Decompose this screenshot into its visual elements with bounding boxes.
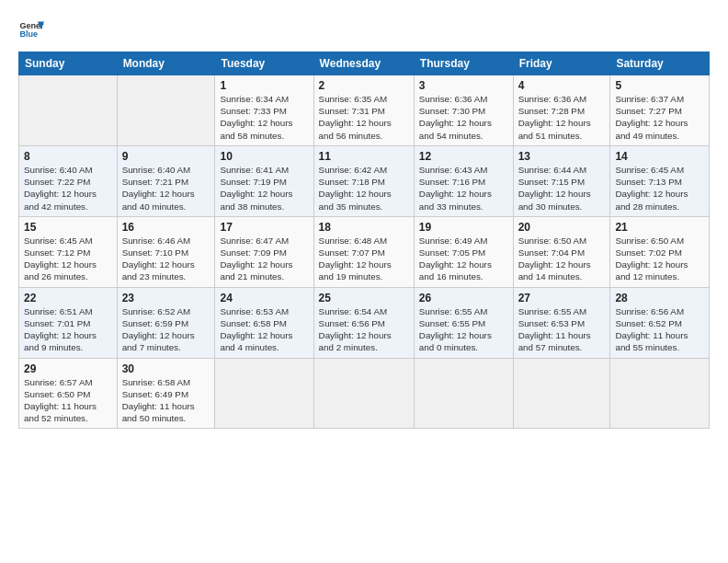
- calendar-day-cell: 22Sunrise: 6:51 AM Sunset: 7:01 PM Dayli…: [19, 287, 118, 358]
- calendar-day-cell: 24Sunrise: 6:53 AM Sunset: 6:58 PM Dayli…: [215, 287, 313, 358]
- day-number: 19: [419, 221, 508, 234]
- day-number: 2: [319, 79, 409, 92]
- weekday-header: Tuesday: [215, 52, 313, 75]
- day-number: 23: [122, 292, 210, 304]
- day-number: 25: [319, 292, 409, 304]
- calendar-day-cell: 1Sunrise: 6:34 AM Sunset: 7:33 PM Daylig…: [215, 75, 313, 146]
- day-info: Sunrise: 6:50 AM Sunset: 7:04 PM Dayligh…: [518, 235, 606, 283]
- day-info: Sunrise: 6:42 AM Sunset: 7:18 PM Dayligh…: [319, 164, 409, 213]
- calendar-day-cell: [513, 358, 610, 429]
- calendar-day-cell: 20Sunrise: 6:50 AM Sunset: 7:04 PM Dayli…: [513, 216, 610, 287]
- calendar-day-cell: 5Sunrise: 6:37 AM Sunset: 7:27 PM Daylig…: [610, 75, 710, 146]
- calendar-day-cell: 25Sunrise: 6:54 AM Sunset: 6:56 PM Dayli…: [313, 287, 414, 358]
- day-number: 4: [518, 79, 606, 92]
- weekday-header: Saturday: [610, 52, 710, 75]
- day-info: Sunrise: 6:49 AM Sunset: 7:05 PM Dayligh…: [419, 235, 508, 283]
- calendar-day-cell: 9Sunrise: 6:40 AM Sunset: 7:21 PM Daylig…: [117, 145, 215, 216]
- day-number: 15: [24, 221, 112, 234]
- weekday-header: Friday: [513, 52, 610, 75]
- calendar-day-cell: [117, 75, 215, 146]
- day-info: Sunrise: 6:47 AM Sunset: 7:09 PM Dayligh…: [220, 235, 308, 283]
- day-number: 8: [24, 150, 112, 163]
- day-info: Sunrise: 6:52 AM Sunset: 6:59 PM Dayligh…: [122, 305, 210, 354]
- page-header: General Blue: [18, 17, 710, 42]
- day-info: Sunrise: 6:34 AM Sunset: 7:33 PM Dayligh…: [220, 93, 308, 142]
- calendar-day-cell: 27Sunrise: 6:55 AM Sunset: 6:53 PM Dayli…: [513, 287, 610, 358]
- day-info: Sunrise: 6:41 AM Sunset: 7:19 PM Dayligh…: [220, 164, 308, 213]
- calendar-day-cell: 8Sunrise: 6:40 AM Sunset: 7:22 PM Daylig…: [19, 145, 118, 216]
- calendar-day-cell: 13Sunrise: 6:44 AM Sunset: 7:15 PM Dayli…: [513, 145, 610, 216]
- day-number: 20: [518, 221, 606, 234]
- day-number: 14: [615, 150, 704, 163]
- weekday-header: Thursday: [414, 52, 513, 75]
- day-number: 26: [419, 292, 508, 304]
- calendar-week-row: 8Sunrise: 6:40 AM Sunset: 7:22 PM Daylig…: [19, 145, 710, 216]
- day-number: 18: [319, 221, 409, 234]
- calendar-day-cell: 4Sunrise: 6:36 AM Sunset: 7:28 PM Daylig…: [513, 75, 610, 146]
- day-number: 21: [615, 221, 704, 234]
- day-info: Sunrise: 6:48 AM Sunset: 7:07 PM Dayligh…: [319, 235, 409, 283]
- day-info: Sunrise: 6:53 AM Sunset: 6:58 PM Dayligh…: [220, 305, 308, 354]
- day-number: 13: [518, 150, 606, 163]
- calendar-day-cell: [19, 75, 118, 146]
- calendar-day-cell: [215, 358, 313, 429]
- calendar-day-cell: 26Sunrise: 6:55 AM Sunset: 6:55 PM Dayli…: [414, 287, 513, 358]
- calendar-day-cell: 19Sunrise: 6:49 AM Sunset: 7:05 PM Dayli…: [414, 216, 513, 287]
- calendar-week-row: 15Sunrise: 6:45 AM Sunset: 7:12 PM Dayli…: [19, 216, 710, 287]
- calendar-week-row: 22Sunrise: 6:51 AM Sunset: 7:01 PM Dayli…: [19, 287, 710, 358]
- calendar-body: 1Sunrise: 6:34 AM Sunset: 7:33 PM Daylig…: [19, 75, 710, 429]
- logo-icon: General Blue: [18, 17, 44, 42]
- svg-text:Blue: Blue: [19, 29, 38, 39]
- day-number: 10: [220, 150, 308, 163]
- day-info: Sunrise: 6:35 AM Sunset: 7:31 PM Dayligh…: [319, 93, 409, 142]
- day-info: Sunrise: 6:44 AM Sunset: 7:15 PM Dayligh…: [518, 164, 606, 213]
- calendar-day-cell: 23Sunrise: 6:52 AM Sunset: 6:59 PM Dayli…: [117, 287, 215, 358]
- calendar-day-cell: 29Sunrise: 6:57 AM Sunset: 6:50 PM Dayli…: [19, 358, 118, 429]
- calendar-table: SundayMondayTuesdayWednesdayThursdayFrid…: [18, 52, 710, 429]
- calendar-day-cell: 28Sunrise: 6:56 AM Sunset: 6:52 PM Dayli…: [610, 287, 710, 358]
- day-number: 24: [220, 292, 308, 304]
- day-number: 11: [319, 150, 409, 163]
- day-number: 28: [615, 292, 704, 304]
- day-info: Sunrise: 6:45 AM Sunset: 7:12 PM Dayligh…: [24, 235, 112, 283]
- day-number: 17: [220, 221, 308, 234]
- day-info: Sunrise: 6:58 AM Sunset: 6:49 PM Dayligh…: [122, 376, 210, 425]
- calendar-week-row: 1Sunrise: 6:34 AM Sunset: 7:33 PM Daylig…: [19, 75, 710, 146]
- logo: General Blue: [18, 17, 44, 42]
- day-info: Sunrise: 6:40 AM Sunset: 7:22 PM Dayligh…: [24, 164, 112, 213]
- calendar-day-cell: 14Sunrise: 6:45 AM Sunset: 7:13 PM Dayli…: [610, 145, 710, 216]
- day-info: Sunrise: 6:54 AM Sunset: 6:56 PM Dayligh…: [319, 305, 409, 354]
- weekday-header: Monday: [117, 52, 215, 75]
- day-number: 30: [122, 362, 210, 375]
- calendar-day-cell: 15Sunrise: 6:45 AM Sunset: 7:12 PM Dayli…: [19, 216, 118, 287]
- calendar-day-cell: 2Sunrise: 6:35 AM Sunset: 7:31 PM Daylig…: [313, 75, 414, 146]
- day-info: Sunrise: 6:51 AM Sunset: 7:01 PM Dayligh…: [24, 305, 112, 354]
- day-number: 27: [518, 292, 606, 304]
- day-number: 16: [122, 221, 210, 234]
- calendar-day-cell: [610, 358, 710, 429]
- day-info: Sunrise: 6:57 AM Sunset: 6:50 PM Dayligh…: [24, 376, 112, 425]
- day-number: 3: [419, 79, 508, 92]
- calendar-day-cell: [313, 358, 414, 429]
- calendar-day-cell: 16Sunrise: 6:46 AM Sunset: 7:10 PM Dayli…: [117, 216, 215, 287]
- day-number: 12: [419, 150, 508, 163]
- day-info: Sunrise: 6:36 AM Sunset: 7:30 PM Dayligh…: [419, 93, 508, 142]
- calendar-day-cell: 21Sunrise: 6:50 AM Sunset: 7:02 PM Dayli…: [610, 216, 710, 287]
- calendar-day-cell: 12Sunrise: 6:43 AM Sunset: 7:16 PM Dayli…: [414, 145, 513, 216]
- calendar-day-cell: [414, 358, 513, 429]
- day-number: 5: [615, 79, 704, 92]
- day-info: Sunrise: 6:50 AM Sunset: 7:02 PM Dayligh…: [615, 235, 704, 283]
- day-number: 1: [220, 79, 308, 92]
- day-info: Sunrise: 6:55 AM Sunset: 6:55 PM Dayligh…: [419, 305, 508, 354]
- day-info: Sunrise: 6:46 AM Sunset: 7:10 PM Dayligh…: [122, 235, 210, 283]
- day-info: Sunrise: 6:37 AM Sunset: 7:27 PM Dayligh…: [615, 93, 704, 142]
- calendar-week-row: 29Sunrise: 6:57 AM Sunset: 6:50 PM Dayli…: [19, 358, 710, 429]
- calendar-day-cell: 11Sunrise: 6:42 AM Sunset: 7:18 PM Dayli…: [313, 145, 414, 216]
- weekday-header: Wednesday: [313, 52, 414, 75]
- calendar-day-cell: 17Sunrise: 6:47 AM Sunset: 7:09 PM Dayli…: [215, 216, 313, 287]
- day-info: Sunrise: 6:56 AM Sunset: 6:52 PM Dayligh…: [615, 305, 704, 354]
- day-info: Sunrise: 6:36 AM Sunset: 7:28 PM Dayligh…: [518, 93, 606, 142]
- day-number: 29: [24, 362, 112, 375]
- weekday-header: Sunday: [19, 52, 118, 75]
- day-info: Sunrise: 6:40 AM Sunset: 7:21 PM Dayligh…: [122, 164, 210, 213]
